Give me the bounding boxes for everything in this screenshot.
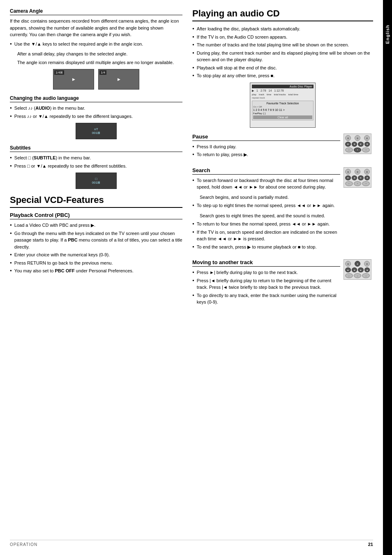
language-label: English [385, 25, 390, 44]
playing-audio-cd-list: After loading the disc, playback starts … [192, 25, 373, 79]
remote-mid-btn-4: ◉ [364, 142, 370, 147]
search-remote-btn-3: ◎ [364, 169, 370, 175]
search-list-2: To step up to eight times the normal spe… [192, 202, 340, 209]
mtr-top: ◎ ● ◎ [345, 261, 370, 267]
mtr-btn-2: ● [355, 261, 360, 267]
moving-track-heading: Moving to another track [192, 259, 340, 267]
subtitles-heading: Subtitles [10, 145, 182, 152]
pause-remote-top: ◎ ◎ ◎ [345, 135, 370, 141]
srb-4: ◉ [364, 175, 370, 180]
search-content: Search To search forward or backward thr… [192, 167, 340, 254]
track-on-off: On • Off [253, 106, 312, 108]
remote-mid-btn-2: ◉ [352, 142, 357, 147]
mtrm-4: ◉ [364, 267, 370, 272]
audio-cd-item-5: Playback will stop at the end of the dis… [192, 64, 373, 71]
pause-remote: ◎ ◎ ◎ ◉ ◉ ◉ ◉ [344, 134, 371, 154]
search-item-4: If the TV is on, search speed and direct… [192, 229, 340, 242]
remote-btn-2: ◎ [355, 135, 360, 141]
audio-cd-item-3: The number of tracks and the total playi… [192, 41, 373, 48]
pbc-item-5: You may also set to PBC OFF under Person… [10, 267, 182, 274]
remote-btn-1: ◎ [345, 135, 351, 141]
moving-track-item-2: Press |◄ briefly during play to return t… [192, 277, 340, 291]
audio-language-heading: Changing the audio language [10, 95, 182, 102]
pause-content: Pause Press II during play. To return to… [192, 134, 340, 161]
moving-track-list: Press ►| briefly during play to go to th… [192, 269, 340, 306]
audio-language-item-2: Press ♪♪ or ▼/▲ repeatedly to see the di… [10, 113, 182, 120]
special-vcd-heading: Special VCD-Features [10, 195, 182, 208]
audio-osd-text: nT001⊞ [92, 127, 100, 135]
moving-track-remote-img: ◎ ● ◎ ◉ ◉ ◉ ◉ [344, 259, 373, 280]
audio-cd-screen: Audio Disc Player ▶ 1 2:78 14 1:12:78 pl… [250, 83, 316, 128]
audio-language-list: Select ♪♪ (AUDIO) in the menu bar. Press… [10, 105, 182, 120]
audio-osd-screen: nT001⊞ [76, 123, 117, 139]
moving-track-item-1: Press ►| briefly during play to go to th… [192, 269, 340, 276]
mtrb-3: ○ [362, 273, 370, 278]
search-remote-top: ◎ ◎ ◎ [345, 169, 370, 175]
audio-cd-track-selector: Favourite Track Selection On • Off 12345… [252, 101, 314, 120]
search-remote-mid: ◉ ◉ ◉ ◉ [345, 175, 370, 180]
main-content: Camera Angle If the disc contains sequen… [0, 0, 383, 555]
left-column: Camera Angle If the disc contains sequen… [10, 8, 182, 536]
search-section: Search To search forward or backward thr… [192, 167, 373, 254]
remote-btn-3: ◎ [364, 135, 370, 141]
subtitles-osd-screen: □001⊞ [76, 173, 117, 189]
remote-bot-btn-2: ● [354, 147, 362, 152]
subtitles-item-1: Select □ (SUBTITLE) in the menu bar. [10, 154, 182, 161]
pause-item-2: To return to play, press ▶. [192, 151, 340, 158]
pause-list: Press II during play. To return to play,… [192, 143, 340, 158]
pbc-item-4: Press RETURN to go back to the previous … [10, 260, 182, 267]
srbb-3: ○ [362, 181, 370, 186]
search-list: To search forward or backward through th… [192, 177, 340, 191]
mtrb-2: ○ [354, 273, 362, 278]
fav-play-label: FavPlay: [ ] [253, 112, 312, 115]
search-remote-btn-2: ◎ [355, 169, 360, 175]
search-muted-note: Search begins, and sound is partially mu… [200, 194, 340, 201]
search-row: Search To search forward or backward thr… [192, 167, 373, 254]
srb-1: ◉ [345, 175, 351, 180]
search-remote: ◎ ◎ ◎ ◉ ◉ ◉ ◉ [344, 167, 371, 188]
audio-cd-repeat-row: repeat track [252, 97, 314, 99]
camera-angle-body: If the disc contains sequences recorded … [10, 18, 182, 38]
camera-angle-icon-note: The angle icon remains displayed until m… [17, 59, 182, 66]
remote-bot-btn-1: ○ [345, 147, 353, 152]
pbc-item-3: Enter your choice with the numerical key… [10, 251, 182, 258]
language-sidebar-tab: English [383, 0, 392, 555]
pause-item-1: Press II during play. [192, 143, 340, 150]
search-item-5: To end the search, press ▶ to resume pla… [192, 244, 340, 251]
cam-img-2-label: ▶ [118, 77, 120, 81]
search-remote-bottom: ○ ○ ○ [345, 181, 370, 186]
camera-angle-delay-note: After a small delay, play changes to the… [17, 51, 182, 58]
srbb-2: ○ [354, 181, 362, 186]
page-container: Camera Angle If the disc contains sequen… [0, 0, 392, 555]
pause-remote-img: ◎ ◎ ◎ ◉ ◉ ◉ ◉ [344, 134, 373, 154]
pause-remote-bottom: ○ ● ○ [345, 147, 370, 152]
audio-cd-playback-row: ▶ 1 2:78 14 1:12:78 [252, 89, 314, 92]
audio-cd-labels-row: play track time total tracks total time [252, 93, 314, 96]
playing-audio-cd-heading: Playing an audio CD [192, 8, 373, 21]
subtitles-section: Subtitles Select □ (SUBTITLE) in the men… [10, 145, 182, 189]
search-item-1: To search forward or backward through th… [192, 177, 340, 191]
search-remote-btn-1: ◎ [345, 169, 351, 175]
pbc-heading: Playback Control (PBC) [10, 212, 182, 219]
pbc-list: Load a Video CD with PBC and press ▶. Go… [10, 222, 182, 274]
pause-remote-mid: ◉ ◉ ◉ ◉ [345, 142, 370, 147]
remote-bot-btn-3: ○ [362, 147, 370, 152]
cam-img-1-label: ▶ [72, 77, 75, 81]
camera-angle-images: 1/4⊞ ▶ 1/4 ▶ [10, 69, 182, 90]
mtr-btn-1: ◎ [345, 261, 351, 267]
footer-page-number: 21 [368, 542, 373, 547]
two-col-layout: Camera Angle If the disc contains sequen… [10, 8, 373, 536]
audio-cd-item-6: To stop play at any other time, press ■. [192, 72, 373, 79]
search-item-3: To return to four times the normal speed… [192, 221, 340, 228]
cam-img-2: 1/4 ▶ [98, 69, 139, 90]
subtitles-item-2: Press □ or ▼/▲ repeatedly to see the dif… [10, 163, 182, 170]
srb-2: ◉ [352, 175, 357, 180]
track-sel-title: Favourite Track Selection [253, 102, 312, 105]
special-vcd-section: Special VCD-Features Playback Control (P… [10, 195, 182, 274]
pbc-section: Playback Control (PBC) Load a Video CD w… [10, 212, 182, 274]
right-column: Playing an audio CD After loading the di… [192, 8, 373, 536]
audio-language-section: Changing the audio language Select ♪♪ (A… [10, 95, 182, 139]
camera-angle-list: Use the ▼/▲ keys to select the required … [10, 41, 182, 48]
moving-track-section: Moving to another track Press ►| briefly… [192, 259, 373, 309]
search-remote-img: ◎ ◎ ◎ ◉ ◉ ◉ ◉ [344, 167, 373, 188]
